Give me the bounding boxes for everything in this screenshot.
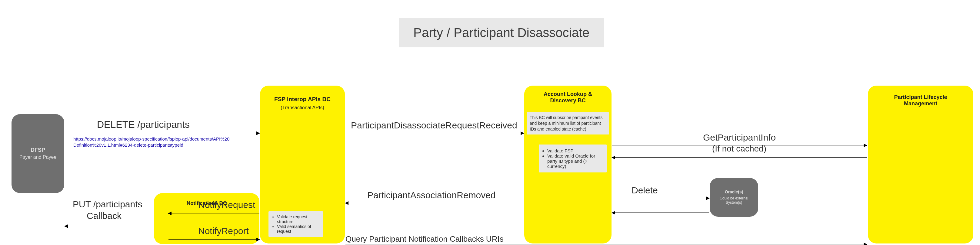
diagram-title: Party / Participant Disassociate [399,18,604,47]
label-notify-report: NotifyReport [198,226,249,236]
al-note-item-2: Validate valid Oracle for party ID type … [547,153,604,169]
fsp-interop-title: FSP Interop APIs BC [274,96,331,102]
account-lookup-title: Account Lookup & Discovery BC [524,91,611,104]
fsp-note-item-1: Validate request structure [277,215,320,224]
label-get-participant-info: GetParticipantInfo [703,132,776,143]
oracles-title: Oracle(s) [725,189,743,194]
arrow-get-participant-info-return [612,157,867,158]
title-text: Party / Participant Disassociate [413,26,589,40]
account-lookup-note-text: This BC will subscribe partipant events … [527,112,609,135]
label-req-received: ParticipantDisassociateRequestReceived [351,120,517,131]
fsp-note-item-2: Valid semantics of request [277,224,320,234]
arrow-notify-request [169,213,259,213]
label-put-callback-2: Callback [87,211,121,221]
arrow-delete-return [612,213,709,213]
node-account-lookup: Account Lookup & Discovery BC This BC wi… [524,86,611,243]
label-delete-participants: DELETE /participants [97,119,190,130]
fsp-interop-subtitle: (Transactional APIs) [281,105,324,110]
label-put-callback-1: PUT /participants [73,199,142,210]
oracles-subtitle: Could be external System(s) [710,196,758,205]
al-note-item-1: Validate FSP [547,148,604,153]
node-dfsp: DFSP Payer and Payee [11,114,64,193]
arrow-delete [612,198,709,198]
node-plm: Participant Lifecycle Management [868,86,973,243]
plm-title: Participant Lifecycle Management [868,94,973,107]
dfsp-subtitle: Payer and Payee [19,155,57,160]
arrow-req-received [345,133,523,133]
link-spec-url[interactable]: https://docs.mojaloop.io/mojaloop-specif… [73,136,231,148]
arrow-delete-participants [65,133,259,133]
node-fsp-interop: FSP Interop APIs BC (Transactional APIs)… [260,86,345,243]
label-query-callbacks: Query Participant Notification Callbacks… [345,234,504,244]
label-delete: Delete [632,185,658,195]
arrow-get-participant-info [612,145,867,146]
account-lookup-note-items: Validate FSP Validate valid Oracle for p… [539,144,607,173]
dfsp-title: DFSP [30,147,45,153]
fsp-interop-note: Validate request structure Valid semanti… [269,211,323,237]
arrow-notify-report [169,239,259,240]
label-notify-request: NotifyRequest [198,200,255,210]
label-assoc-removed: ParticipantAssociationRemoved [367,190,496,200]
node-oracles: Oracle(s) Could be external System(s) [710,178,758,217]
arrow-put-callback [65,226,153,226]
account-lookup-note-text-content: This BC will subscribe partipant events … [530,115,603,131]
arrow-assoc-removed [345,203,523,203]
link-text-content: https://docs.mojaloop.io/mojaloop-specif… [73,136,229,147]
